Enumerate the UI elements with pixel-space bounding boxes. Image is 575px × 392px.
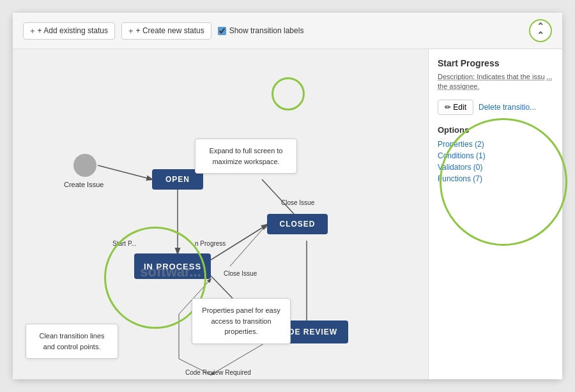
svg-text:n Progress: n Progress — [195, 240, 226, 247]
open-node-label: OPEN — [165, 175, 190, 184]
show-transition-checkbox-label[interactable]: Show transition labels — [218, 26, 304, 35]
delete-transition-link[interactable]: Delete transitio... — [479, 103, 536, 112]
right-panel: Start Progress Description: Indicates th… — [428, 49, 562, 379]
edit-button[interactable]: ✏ Edit — [438, 100, 473, 115]
panel-title: Start Progress — [438, 58, 553, 68]
expand-button[interactable]: ⌃⌃ — [529, 19, 552, 42]
main-container: + + Add existing status + + Create new s… — [13, 13, 562, 379]
plus-icon-add: + — [30, 26, 35, 36]
options-title: Options — [438, 125, 553, 135]
svg-text:Close Issue: Close Issue — [224, 270, 257, 277]
content-area: Close Issue Start P... n Progress Close … — [13, 49, 562, 379]
functions-link[interactable]: Functions (7) — [438, 174, 553, 183]
options-section: Options Properties (2) Conditions (1) Va… — [438, 125, 553, 183]
add-existing-label: + Add existing status — [38, 26, 108, 35]
closed-node-label: CLOSED — [279, 220, 315, 229]
expand-callout-text: Expand to full screen to maximize worksp… — [210, 147, 283, 165]
create-issue-label: Create Issue — [64, 181, 103, 188]
show-transition-label: Show transition labels — [229, 26, 304, 35]
properties-callout-text: Properties panel for easy access to tran… — [202, 306, 280, 335]
plus-icon-create: + — [128, 26, 134, 36]
description-prefix: Description: Indicates that the issu — [438, 73, 545, 80]
svg-line-6 — [230, 224, 267, 266]
show-transition-checkbox[interactable] — [218, 27, 226, 35]
validators-link[interactable]: Validators (0) — [438, 163, 553, 172]
create-new-label: + Create new status — [136, 26, 204, 35]
expand-callout: Expand to full screen to maximize worksp… — [195, 139, 297, 174]
edit-delete-row: ✏ Edit Delete transitio... — [438, 100, 553, 115]
description-suffix: the assignee. — [438, 82, 479, 90]
properties-callout: Properties panel for easy access to tran… — [192, 298, 291, 344]
create-issue-node — [73, 154, 96, 177]
in-process-status-node[interactable]: IN PROCESS — [134, 253, 211, 279]
closed-status-node[interactable]: CLOSED — [267, 214, 328, 234]
svg-line-1 — [262, 179, 294, 214]
expand-icon: ⌃⌃ — [537, 22, 544, 40]
clean-callout-text: Clean transition lines and control point… — [39, 332, 104, 351]
conditions-link[interactable]: Conditions (1) — [438, 151, 553, 160]
in-process-node-label: IN PROCESS — [144, 262, 201, 271]
create-new-status-button[interactable]: + + Create new status — [121, 22, 211, 40]
clean-callout: Clean transition lines and control point… — [26, 324, 118, 359]
panel-description: Description: Indicates that the issu ...… — [438, 72, 553, 92]
svg-text:Start P...: Start P... — [112, 240, 137, 247]
svg-text:Code Review Required: Code Review Required — [185, 369, 251, 376]
svg-line-0 — [98, 165, 152, 179]
diagram-area[interactable]: Close Issue Start P... n Progress Close … — [13, 49, 428, 379]
edit-button-label: ✏ Edit — [445, 103, 466, 112]
properties-link[interactable]: Properties (2) — [438, 140, 553, 149]
add-existing-status-button[interactable]: + + Add existing status — [23, 22, 115, 40]
svg-text:Close Issue: Close Issue — [281, 199, 315, 206]
toolbar: + + Add existing status + + Create new s… — [13, 13, 562, 49]
